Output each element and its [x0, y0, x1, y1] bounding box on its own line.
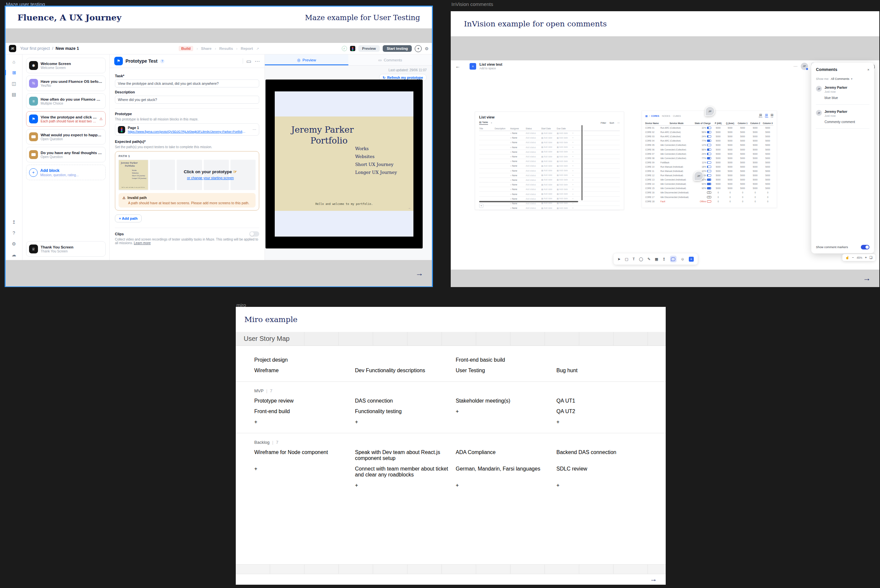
close-icon[interactable]: ×	[868, 68, 869, 72]
story-card[interactable]: Wireframe for Node component	[254, 449, 348, 461]
task-input[interactable]	[115, 80, 259, 87]
maze-workspace-logo[interactable]: JE	[9, 45, 16, 52]
story-card[interactable]: Stakeholder meeting(s)	[456, 398, 549, 404]
story-card[interactable]: Backend DAS connection	[557, 449, 650, 461]
story-card[interactable]: User Testing	[456, 368, 549, 374]
story-card[interactable]: +	[254, 466, 348, 478]
tab-preview[interactable]: ◎Preview	[265, 54, 348, 65]
portfolio-nav-link[interactable]: Works	[355, 146, 397, 151]
add-to-space-link[interactable]: Add to space	[480, 67, 502, 70]
blocks-icon[interactable]: ⊞	[5, 70, 23, 75]
results-chart-icon[interactable]: ▤	[6, 92, 22, 97]
home-icon[interactable]: ⌂	[6, 59, 22, 64]
block-card[interactable]: Welcome Screen Welcome Screen	[26, 58, 106, 73]
add-block-button[interactable]: + Add block Mission, question, rating...	[26, 165, 106, 180]
path-screen-thumbnail[interactable]: Jeremy Parker Portfolio WorksWebsitesSho…	[119, 160, 148, 190]
back-arrow-icon[interactable]: ←	[455, 63, 460, 69]
maze-step-label[interactable]: Share	[201, 46, 212, 51]
maze-step-label[interactable]: Results	[219, 46, 233, 51]
breadcrumb-project[interactable]: Your first project	[20, 46, 50, 51]
sticker-tool-icon[interactable]: ☺	[681, 257, 684, 261]
maze-step[interactable]: Share ›	[201, 46, 216, 51]
change-starting-screen-link[interactable]: or change your starting screen	[168, 176, 253, 180]
story-card[interactable]: Speak with Dev team about React.js compo…	[355, 449, 448, 461]
learn-more-link[interactable]: Learn more	[134, 241, 150, 245]
more-options-icon[interactable]: ⋯	[254, 58, 260, 64]
help-icon[interactable]: ?	[6, 230, 22, 236]
block-card[interactable]: What would you expect to happen on... Op…	[26, 129, 106, 144]
portfolio-nav-link[interactable]: Longer UX Journey	[355, 170, 397, 175]
next-arrow-icon[interactable]: →	[863, 273, 871, 283]
comment-marker[interactable]: JP	[694, 171, 704, 181]
maze-step-label[interactable]: Build	[179, 46, 194, 51]
tab-comments[interactable]: ▭Comments	[348, 54, 432, 65]
pan-hand-icon[interactable]: ☝	[845, 256, 849, 260]
story-card[interactable]: DAS connection	[355, 398, 448, 404]
story-card[interactable]: +	[557, 419, 650, 425]
description-input[interactable]	[115, 96, 259, 104]
text-tool-icon[interactable]: T	[633, 257, 635, 261]
add-path-button[interactable]: + Add path	[115, 214, 141, 222]
avatar[interactable]: JP	[801, 63, 808, 70]
document-title[interactable]: List view test	[480, 62, 502, 66]
prototype-frame[interactable]: Jeremy Parker Portfolio WorksWebsitesSho…	[265, 80, 423, 249]
story-card[interactable]: Functionality testing	[355, 408, 448, 414]
story-card[interactable]: Wireframe	[254, 368, 348, 374]
story-card[interactable]: QA UT2	[557, 408, 650, 414]
comment-item[interactable]: JP Jeremy Parker Just now blue blue	[816, 86, 869, 105]
pencil-tool-icon[interactable]: ✎	[648, 257, 650, 261]
prototype-page-card[interactable]: Page 1 https://www.figma.com/proto/QV5DJ…	[115, 123, 259, 136]
thank-you-block-card[interactable]: Thank You Screen Thank You Screen	[26, 241, 106, 257]
maze-step-label[interactable]: Report	[241, 46, 253, 51]
gear-icon[interactable]: ⚙	[6, 241, 22, 246]
core-table-screenshot[interactable]: ▦ / CORES · NODES· CUBES ▤ Block ▤ Table	[642, 111, 777, 208]
portfolio-nav-link[interactable]: Websites	[355, 154, 397, 159]
comments-filter[interactable]: Show me: All Comments ▾	[816, 77, 869, 81]
story-card[interactable]: +	[456, 408, 549, 414]
sticky-note-icon[interactable]: ▢	[625, 257, 628, 261]
block-card[interactable]: How often do you use Fluence OS per ... …	[26, 93, 106, 109]
clips-toggle[interactable]	[249, 231, 259, 237]
story-card[interactable]: +	[355, 482, 448, 488]
figma-icon[interactable]	[350, 46, 355, 51]
comment-item[interactable]: JP Jeremy Parker Just now Commenty comme…	[816, 110, 869, 129]
maze-step[interactable]: Build ›	[179, 46, 198, 51]
zoom-level[interactable]: 45%	[857, 256, 862, 260]
story-card[interactable]: Prototype review	[254, 398, 348, 404]
story-card[interactable]: ADA Compliance	[456, 449, 549, 461]
story-card[interactable]	[355, 357, 448, 363]
next-arrow-icon[interactable]: →	[650, 575, 657, 584]
page-url-link[interactable]: https://www.figma.com/proto/QV5DJG7RjLM3…	[128, 130, 247, 133]
shape-tool-icon[interactable]: ◯	[639, 257, 643, 261]
story-card[interactable]	[456, 419, 549, 425]
maze-step[interactable]: Results ›	[219, 46, 238, 51]
story-card[interactable]: SDLC review	[557, 466, 650, 478]
show-markers-toggle[interactable]	[861, 245, 869, 249]
start-testing-button[interactable]: Start testing	[383, 45, 412, 52]
table-tool-icon[interactable]: ▦	[655, 257, 658, 261]
zoom-out-icon[interactable]: −	[852, 256, 854, 260]
settings-gear-icon[interactable]: ⚙	[425, 46, 429, 51]
comment-tool-icon[interactable]	[670, 256, 677, 262]
story-card[interactable]: Project design	[254, 357, 348, 363]
story-card[interactable]	[254, 482, 348, 488]
add-tool-icon[interactable]: +	[689, 257, 694, 262]
select-cursor-icon[interactable]: ➤	[617, 257, 620, 261]
story-card[interactable]: +	[557, 482, 650, 488]
breadcrumb-current[interactable]: New maze 1	[56, 46, 79, 51]
story-card[interactable]	[557, 357, 650, 363]
zoom-in-icon[interactable]: +	[865, 256, 867, 260]
story-card[interactable]: Front-end basic build	[456, 357, 549, 363]
maze-step[interactable]: Report ↗	[241, 46, 259, 51]
vertical-scrollbar[interactable]	[582, 125, 582, 200]
story-card[interactable]: +	[355, 419, 448, 425]
story-card[interactable]: Connect with team member about ticket an…	[355, 466, 448, 478]
upload-tool-icon[interactable]: ↥	[662, 257, 665, 261]
participants-icon[interactable]: ◫	[6, 81, 22, 86]
more-options-icon[interactable]: ⋯	[253, 128, 256, 132]
upgrade-icon[interactable]: ↥	[6, 219, 22, 225]
block-card[interactable]: View the prototype and click aro... Each…	[26, 111, 106, 127]
layers-icon[interactable]: ❏	[869, 256, 872, 260]
story-card[interactable]: Front-end build	[254, 408, 348, 414]
comment-marker[interactable]: JP	[705, 106, 715, 116]
